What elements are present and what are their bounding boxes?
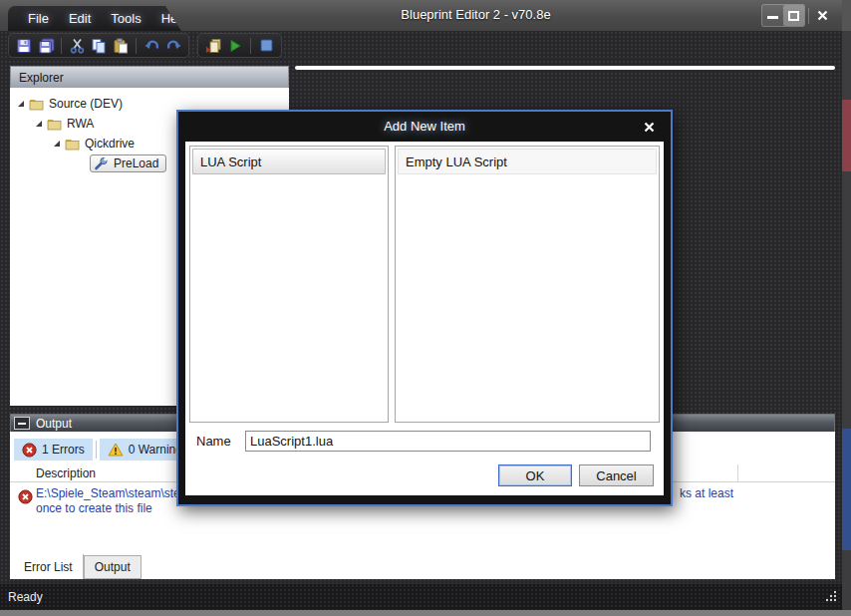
expander-icon[interactable]	[54, 141, 60, 147]
window-controls	[761, 4, 833, 27]
dialog-close-button[interactable]	[637, 118, 661, 136]
cut-icon	[70, 38, 85, 54]
dialog-title-bar[interactable]: Add New Item	[178, 112, 671, 142]
cancel-button[interactable]: Cancel	[579, 464, 654, 486]
run-button[interactable]	[224, 35, 246, 56]
save-all-icon	[38, 38, 55, 54]
status-bar: Ready	[0, 584, 842, 610]
redo-icon	[165, 38, 182, 53]
folder-icon	[29, 97, 44, 111]
error-icon	[22, 443, 37, 458]
redo-button[interactable]	[162, 35, 184, 56]
name-label: Name	[196, 434, 231, 449]
output-tab-strip: Error List Output	[10, 554, 835, 579]
selected-tree-item[interactable]: PreLoad	[90, 154, 166, 172]
toolbar-separator	[96, 441, 97, 459]
undo-button[interactable]	[141, 35, 162, 56]
errors-toggle[interactable]: 1 Errors	[14, 439, 93, 461]
tree-item-label: PreLoad	[114, 156, 158, 170]
background-window-strip	[842, 0, 851, 610]
explorer-header: Explorer	[10, 66, 289, 88]
tree-item-label: RWA	[67, 117, 94, 131]
menu-bar: File Edit Tools Help	[8, 6, 181, 31]
toolbar-separator	[136, 38, 137, 54]
warning-icon	[108, 443, 124, 457]
undo-icon	[143, 38, 160, 53]
build-button[interactable]	[202, 35, 224, 56]
expander-icon[interactable]	[18, 101, 24, 107]
window-controls-divider	[808, 8, 809, 24]
build-icon	[205, 38, 221, 54]
background-sliver	[842, 100, 851, 171]
toolbar-group-edit	[8, 33, 189, 58]
resize-grip[interactable]	[824, 590, 837, 606]
stop-button[interactable]	[255, 35, 277, 56]
dialog-content: LUA Script Empty LUA Script Name OK Canc…	[185, 142, 664, 495]
dialog-title: Add New Item	[178, 119, 671, 134]
tree-item-label: Source (DEV)	[49, 97, 123, 111]
output-title: Output	[36, 417, 72, 431]
paste-icon	[113, 38, 129, 54]
category-item-lua-script[interactable]: LUA Script	[192, 149, 386, 174]
error-message-part1: E:\Spiele_Steam\steam\ste	[36, 486, 180, 500]
explorer-title: Explorer	[19, 71, 64, 85]
add-new-item-dialog: Add New Item LUA Script Empty LUA Script…	[176, 110, 673, 506]
close-button[interactable]	[812, 5, 833, 26]
background-sliver	[842, 429, 851, 550]
menu-file[interactable]: File	[18, 8, 59, 29]
error-message-part2: ks at least	[680, 486, 733, 500]
template-list[interactable]: Empty LUA Script	[395, 146, 660, 423]
errors-count-label: 1 Errors	[42, 443, 85, 457]
window-title: Blueprint Editor 2 - v70.8e	[110, 7, 842, 22]
template-item-empty-lua-script[interactable]: Empty LUA Script	[398, 149, 657, 174]
paste-button[interactable]	[110, 35, 132, 56]
error-message-line2: once to create this file	[36, 501, 152, 515]
name-input[interactable]	[245, 431, 651, 452]
copy-button[interactable]	[88, 35, 110, 56]
folder-icon	[47, 117, 62, 131]
error-icon	[18, 489, 33, 508]
status-text: Ready	[8, 590, 43, 604]
stop-icon	[260, 39, 273, 52]
menu-edit[interactable]: Edit	[59, 8, 101, 29]
resize-grip-icon	[824, 590, 837, 603]
minimize-icon	[767, 16, 778, 19]
folder-icon	[65, 137, 80, 151]
toolbar-separator	[61, 38, 62, 54]
save-button[interactable]	[13, 35, 35, 56]
error-warning-toolbar: 1 Errors 0 Warnings	[14, 439, 196, 461]
maximize-icon	[788, 11, 799, 21]
toolbar-separator	[250, 38, 251, 54]
minimize-button[interactable]	[762, 5, 783, 26]
ok-button[interactable]: OK	[498, 464, 572, 486]
wrench-icon	[94, 156, 109, 170]
tab-error-list[interactable]: Error List	[14, 554, 84, 579]
description-column-label: Description	[36, 466, 96, 480]
copy-icon	[91, 38, 107, 54]
tree-item-label: Qickdrive	[85, 137, 135, 151]
expander-icon[interactable]	[36, 121, 42, 127]
close-icon	[644, 122, 655, 133]
menu-tools[interactable]: Tools	[101, 8, 150, 29]
background-sliver	[842, 0, 851, 31]
collapse-button[interactable]	[14, 417, 30, 430]
cut-button[interactable]	[66, 35, 88, 56]
app-stage: Blueprint Editor 2 - v70.8e	[0, 0, 851, 616]
tab-output[interactable]: Output	[84, 555, 142, 579]
window-controls-group	[761, 4, 805, 27]
save-all-button[interactable]	[35, 35, 57, 56]
editor-top-rule	[295, 66, 835, 70]
toolbar	[0, 31, 842, 60]
save-icon	[16, 38, 32, 54]
run-icon	[228, 39, 242, 53]
toolbar-group-run	[197, 33, 282, 58]
category-list[interactable]: LUA Script	[189, 146, 389, 423]
maximize-button[interactable]	[783, 5, 804, 26]
minus-icon	[18, 423, 26, 425]
close-icon	[817, 10, 828, 21]
column-divider[interactable]	[737, 464, 738, 482]
